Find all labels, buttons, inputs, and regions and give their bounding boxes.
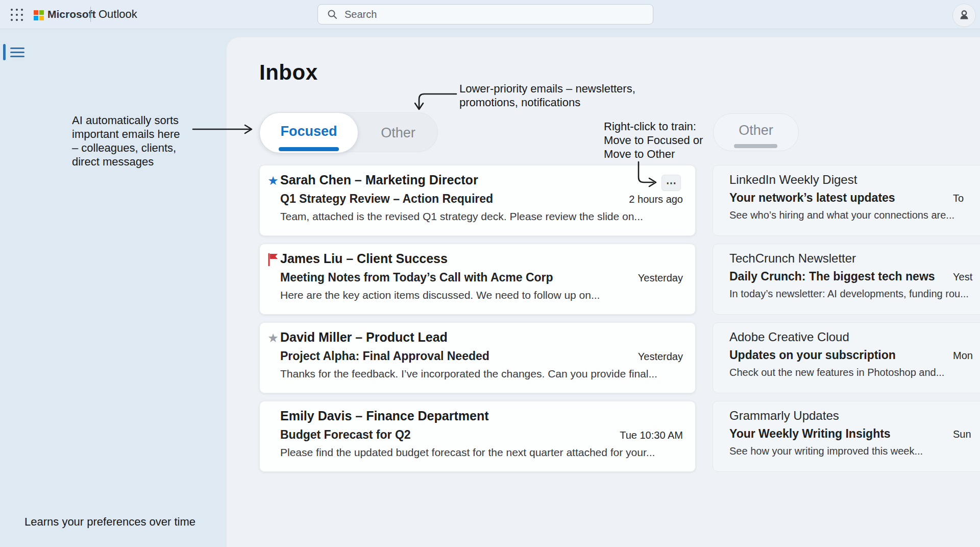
search-bar[interactable] — [317, 4, 653, 25]
annotation-train-note: Right-click to train: Move to Focused or… — [604, 120, 703, 161]
email-subject: Your network’s latest updates — [729, 191, 895, 205]
search-icon — [327, 9, 337, 19]
hamburger-line — [10, 47, 24, 49]
microsoft-logo-icon — [34, 10, 44, 20]
email-preview: See how your writing improved this week.… — [729, 445, 923, 457]
email-sender: David Miller – Product Lead — [280, 330, 448, 345]
email-timestamp: Yesterday — [638, 272, 683, 284]
email-subject: Budget Forecast for Q2 — [280, 428, 411, 442]
logo-square-green — [39, 10, 44, 15]
annotation-line: promotions, notifications — [459, 96, 635, 109]
email-preview: Team, attached is the revised Q1 strateg… — [280, 210, 643, 223]
email-card-other-4[interactable]: Grammarly Updates Your Weekly Writing In… — [713, 401, 980, 472]
logo-square-blue — [34, 16, 38, 20]
flag-icon — [266, 253, 280, 266]
email-timestamp: To — [953, 193, 964, 204]
page-title: Inbox — [259, 60, 318, 85]
account-button[interactable] — [952, 4, 976, 27]
annotation-line: direct messages — [72, 155, 180, 169]
email-preview: Check out the new features in Photoshop … — [729, 367, 944, 378]
email-subject: Updates on your subscription — [729, 348, 896, 362]
email-sender: James Liu – Client Success — [280, 251, 448, 266]
nav-selection-accent-bar — [3, 44, 6, 60]
other-column-tab[interactable]: Other — [713, 113, 799, 151]
email-card-other-1[interactable]: LinkedIn Weekly Digest Your network’s la… — [713, 165, 980, 236]
top-bar: Microsoft Outlook — [0, 0, 980, 29]
waffle-dot — [16, 9, 18, 11]
email-timestamp: Tue 10:30 AM — [620, 430, 683, 441]
email-sender: TechCrunch Newsletter — [729, 251, 856, 266]
email-sender: Adobe Creative Cloud — [729, 330, 849, 344]
annotation-line: Lower-priority emails – newsletters, — [459, 82, 635, 96]
email-subject: Q1 Strategy Review – Action Required — [280, 192, 493, 206]
app-launcher-button[interactable] — [9, 7, 24, 22]
email-timestamp: Mon — [953, 350, 973, 362]
logo-square-yellow — [39, 16, 44, 20]
annotation-other-note: Lower-priority emails – newsletters, pro… — [459, 82, 635, 109]
email-preview: Please find the updated budget forecast … — [280, 446, 655, 459]
search-input[interactable] — [344, 8, 631, 21]
email-card-other-2[interactable]: TechCrunch Newsletter Daily Crunch: The … — [713, 244, 980, 315]
more-options-button[interactable]: ⋯ — [662, 175, 681, 191]
email-timestamp: Sun — [953, 429, 971, 440]
annotation-line: Move to Other — [604, 147, 703, 161]
email-subject: Daily Crunch: The biggest tech news — [729, 270, 935, 283]
annotation-learns-note: Learns your preferences over time — [24, 515, 195, 529]
email-timestamp: 2 hours ago — [629, 194, 683, 205]
app-name: Outlook — [99, 8, 137, 21]
email-card-focused-2[interactable]: James Liu – Client Success Meeting Notes… — [259, 244, 696, 315]
annotation-line: AI automatically sorts — [72, 113, 180, 127]
tab-focused-active-underline — [279, 147, 339, 151]
tab-focused[interactable]: Focused — [260, 113, 358, 153]
other-column-tab-underline — [734, 144, 777, 148]
annotation-line: important emails here — [72, 127, 180, 141]
email-subject: Your Weekly Writing Insights — [729, 427, 891, 441]
email-preview: Here are the key action items discussed.… — [280, 289, 600, 301]
email-preview: In today’s newsletter: AI developments, … — [729, 288, 969, 300]
email-sender: LinkedIn Weekly Digest — [729, 173, 857, 187]
outlook-focused-inbox-diagram: { "topbar": { "brand": "Microsoft", "app… — [0, 0, 980, 547]
other-column-tab-label: Other — [739, 123, 773, 138]
email-sender: Sarah Chen – Marketing Director — [280, 173, 478, 187]
waffle-dot — [21, 19, 23, 21]
annotation-focused-note: AI automatically sorts important emails … — [72, 113, 180, 169]
waffle-dot — [11, 9, 13, 11]
email-card-focused-1[interactable]: ★ Sarah Chen – Marketing Director Q1 Str… — [259, 165, 696, 236]
email-sender: Grammarly Updates — [729, 409, 839, 423]
annotation-line: Move to Focused or — [604, 133, 703, 147]
inbox-tab-group: Focused Other — [259, 112, 438, 152]
waffle-dot — [11, 19, 13, 21]
email-card-focused-3[interactable]: ★ David Miller – Product Lead Project Al… — [259, 322, 696, 393]
tab-focused-label: Focused — [280, 124, 337, 139]
hamburger-line — [10, 52, 24, 53]
annotation-line: – colleagues, clients, — [72, 141, 180, 155]
star-icon: ★ — [266, 174, 280, 187]
email-card-focused-4[interactable]: Emily Davis – Finance Department Budget … — [259, 401, 696, 472]
annotation-line: Right-click to train: — [604, 120, 703, 133]
logo-square-red — [34, 10, 38, 15]
brand-divider — [90, 7, 91, 22]
star-icon: ★ — [266, 331, 280, 345]
email-preview: See who’s hiring and what your connectio… — [729, 209, 954, 221]
email-timestamp: Yesterday — [638, 351, 683, 363]
email-subject: Meeting Notes from Today’s Call with Acm… — [280, 271, 553, 284]
waffle-dot — [16, 19, 18, 21]
email-sender: Emily Davis – Finance Department — [280, 409, 488, 423]
person-icon — [958, 9, 971, 22]
hamburger-menu-button[interactable] — [10, 47, 24, 58]
waffle-dot — [21, 14, 23, 16]
ellipsis-icon: ⋯ — [666, 177, 676, 189]
email-subject: Project Alpha: Final Approval Needed — [280, 349, 489, 363]
waffle-dot — [16, 14, 18, 16]
tab-other-label: Other — [381, 125, 415, 141]
email-card-other-3[interactable]: Adobe Creative Cloud Updates on your sub… — [713, 322, 980, 393]
email-timestamp: Yest — [953, 271, 972, 283]
waffle-dot — [11, 14, 13, 16]
microsoft-brand-text: Microsoft — [47, 8, 96, 20]
email-preview: Thanks for the feedback. I’ve incorporat… — [280, 368, 657, 380]
waffle-dot — [21, 9, 23, 11]
hamburger-line — [10, 56, 24, 57]
tab-other[interactable]: Other — [358, 113, 438, 153]
